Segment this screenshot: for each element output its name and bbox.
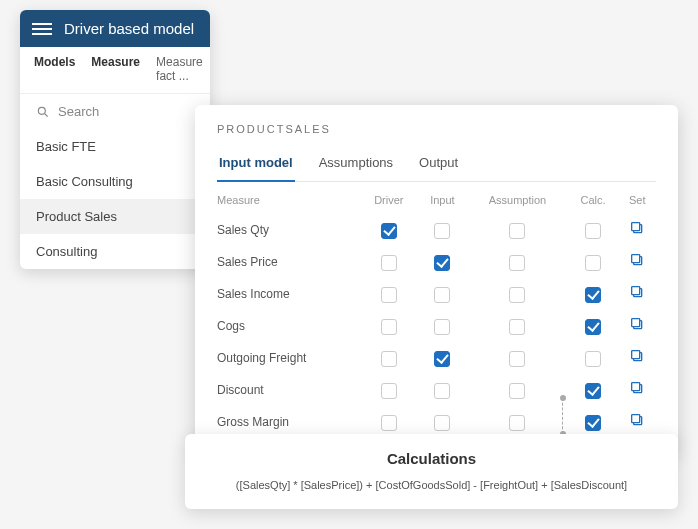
col-driver: Driver — [360, 186, 417, 214]
app-title: Driver based model — [64, 20, 194, 37]
svg-rect-13 — [632, 383, 640, 391]
tab-output[interactable]: Output — [417, 149, 460, 181]
driver-checkbox[interactable] — [381, 223, 397, 239]
driver-checkbox[interactable] — [381, 287, 397, 303]
col-set: Set — [618, 186, 656, 214]
assumption-checkbox[interactable] — [509, 319, 525, 335]
set-icon[interactable] — [629, 252, 645, 268]
svg-rect-5 — [632, 255, 640, 263]
set-icon[interactable] — [629, 220, 645, 236]
svg-rect-11 — [632, 351, 640, 359]
col-assumption: Assumption — [467, 186, 567, 214]
measure-label: Outgoing Freight — [217, 342, 360, 374]
set-icon[interactable] — [629, 348, 645, 364]
input-checkbox[interactable] — [434, 287, 450, 303]
tab-input-model[interactable]: Input model — [217, 149, 295, 182]
driver-checkbox[interactable] — [381, 319, 397, 335]
calc-checkbox[interactable] — [585, 287, 601, 303]
input-checkbox[interactable] — [434, 383, 450, 399]
breadcrumb: Models Measure Measure fact ... — [20, 47, 210, 94]
input-checkbox[interactable] — [434, 223, 450, 239]
driver-checkbox[interactable] — [381, 415, 397, 431]
set-icon[interactable] — [629, 380, 645, 396]
driver-checkbox[interactable] — [381, 383, 397, 399]
sidebar-item-label: Consulting — [36, 244, 97, 259]
svg-rect-9 — [632, 319, 640, 327]
set-icon[interactable] — [629, 284, 645, 300]
breadcrumb-measure[interactable]: Measure — [91, 55, 140, 83]
table-row: Discount — [217, 374, 656, 406]
sidebar-item-basic-consulting[interactable]: Basic Consulting — [20, 164, 210, 199]
sidebar-item-label: Basic Consulting — [36, 174, 133, 189]
tab-assumptions[interactable]: Assumptions — [317, 149, 395, 181]
calculations-formula: ([SalesQty] * [SalesPrice]) + [CostOfGoo… — [205, 479, 658, 491]
input-checkbox[interactable] — [434, 319, 450, 335]
calc-checkbox[interactable] — [585, 415, 601, 431]
navigation-panel: Driver based model Models Measure Measur… — [20, 10, 210, 269]
assumption-checkbox[interactable] — [509, 223, 525, 239]
sidebar-item-label: Basic FTE — [36, 139, 96, 154]
measure-label: Cogs — [217, 310, 360, 342]
measures-table: Measure Driver Input Assumption Calc. Se… — [217, 186, 656, 438]
col-measure: Measure — [217, 186, 360, 214]
calculations-title: Calculations — [205, 450, 658, 467]
calculations-panel: Calculations ([SalesQty] * [SalesPrice])… — [185, 434, 678, 509]
breadcrumb-models[interactable]: Models — [34, 55, 75, 83]
set-icon[interactable] — [629, 412, 645, 428]
sidebar-item-label: Product Sales — [36, 209, 117, 224]
svg-point-0 — [38, 107, 45, 114]
driver-checkbox[interactable] — [381, 255, 397, 271]
app-bar: Driver based model — [20, 10, 210, 47]
sidebar-item-basic-fte[interactable]: Basic FTE — [20, 129, 210, 164]
menu-icon[interactable] — [32, 23, 52, 35]
calc-checkbox[interactable] — [585, 383, 601, 399]
measure-label: Sales Income — [217, 278, 360, 310]
input-checkbox[interactable] — [434, 415, 450, 431]
svg-rect-15 — [632, 415, 640, 423]
sidebar-item-consulting[interactable]: Consulting — [20, 234, 210, 269]
measure-label: Sales Price — [217, 246, 360, 278]
assumption-checkbox[interactable] — [509, 415, 525, 431]
input-checkbox[interactable] — [434, 255, 450, 271]
calc-checkbox[interactable] — [585, 223, 601, 239]
input-checkbox[interactable] — [434, 351, 450, 367]
set-icon[interactable] — [629, 316, 645, 332]
col-calc: Calc. — [568, 186, 619, 214]
section-title: PRODUCTSALES — [217, 123, 656, 135]
calc-checkbox[interactable] — [585, 319, 601, 335]
table-row: Sales Price — [217, 246, 656, 278]
assumption-checkbox[interactable] — [509, 383, 525, 399]
table-row: Sales Income — [217, 278, 656, 310]
main-panel: PRODUCTSALES Input model Assumptions Out… — [195, 105, 678, 452]
measure-label: Discount — [217, 374, 360, 406]
search-input[interactable]: Search — [20, 94, 210, 129]
col-input: Input — [417, 186, 467, 214]
svg-line-1 — [45, 113, 48, 116]
sidebar-item-product-sales[interactable]: Product Sales — [20, 199, 210, 234]
driver-checkbox[interactable] — [381, 351, 397, 367]
table-row: Sales Qty — [217, 214, 656, 246]
breadcrumb-measure-fact[interactable]: Measure fact ... — [156, 55, 203, 83]
tab-bar: Input model Assumptions Output — [217, 149, 656, 182]
search-icon — [36, 105, 50, 119]
assumption-checkbox[interactable] — [509, 287, 525, 303]
connector-line — [562, 398, 564, 434]
measure-label: Sales Qty — [217, 214, 360, 246]
assumption-checkbox[interactable] — [509, 351, 525, 367]
calc-checkbox[interactable] — [585, 255, 601, 271]
assumption-checkbox[interactable] — [509, 255, 525, 271]
search-placeholder: Search — [58, 104, 99, 119]
calc-checkbox[interactable] — [585, 351, 601, 367]
svg-rect-7 — [632, 287, 640, 295]
table-row: Cogs — [217, 310, 656, 342]
table-row: Outgoing Freight — [217, 342, 656, 374]
svg-rect-3 — [632, 223, 640, 231]
